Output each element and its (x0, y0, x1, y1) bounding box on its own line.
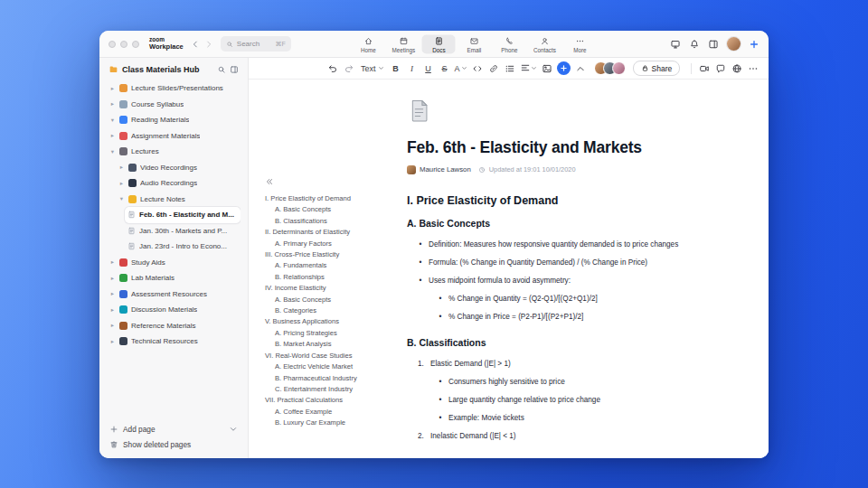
notifications-icon[interactable] (689, 39, 700, 50)
outline-item-vi-real-world-case-studies[interactable]: VI. Real-World Case Studies (265, 351, 402, 361)
chevron-right-icon[interactable]: ▸ (109, 322, 116, 329)
link-button[interactable] (487, 61, 500, 76)
tree-item-lab-materials[interactable]: ▸Lab Materials (107, 270, 241, 286)
outline-item-a-pricing-strategies[interactable]: A. Pricing Strategies (265, 328, 402, 339)
outline-item-a-basic-concepts[interactable]: A. Basic Concepts (265, 204, 402, 215)
tree-item-video-recordings[interactable]: ▸Video Recordings (116, 160, 241, 176)
outline-item-v-business-applications[interactable]: V. Business Applications (265, 316, 402, 327)
bullet-item[interactable]: •Uses midpoint formula to avoid asymmetr… (407, 276, 749, 286)
chevron-right-icon[interactable]: ▸ (109, 306, 116, 314)
collapse-outline-icon[interactable] (265, 177, 402, 186)
tab-more[interactable]: More (563, 34, 597, 53)
chevron-down-icon[interactable]: ▾ (109, 117, 116, 124)
outline-item-b-market-analysis[interactable]: B. Market Analysis (265, 339, 402, 350)
tab-email[interactable]: Email (458, 34, 491, 53)
tree-item-reference-materials[interactable]: ▸Reference Materials (107, 318, 241, 334)
tree-item-discussion-materials[interactable]: ▸Discussion Materials (107, 302, 241, 318)
sidebar-collapse-icon[interactable] (230, 65, 239, 74)
share-button[interactable]: Share (633, 61, 681, 76)
translate-button[interactable] (731, 61, 743, 76)
tree-item-assessment-resources[interactable]: ▸Assessment Resources (107, 286, 241, 303)
back-button[interactable] (191, 40, 200, 49)
user-avatar[interactable] (727, 37, 741, 51)
chevron-right-icon[interactable]: ▸ (118, 164, 125, 171)
text-style-dropdown[interactable]: Text (359, 61, 386, 76)
chevron-right-icon[interactable]: ▸ (109, 258, 116, 266)
chevron-down-icon[interactable]: ▾ (109, 148, 116, 155)
bullet-item[interactable]: •Large quantity change relative to price… (407, 395, 749, 406)
outline-item-iv-income-elasticity[interactable]: IV. Income Elasticity (265, 283, 402, 294)
outline-item-b-pharmaceutical-industry[interactable]: B. Pharmaceutical Industry (265, 373, 402, 384)
code-button[interactable] (471, 61, 484, 76)
minimize-window-button[interactable] (120, 41, 127, 48)
tab-contacts[interactable]: Contacts (528, 34, 561, 53)
align-button[interactable] (520, 61, 537, 76)
section-heading[interactable]: I. Price Elasticity of Demand (407, 194, 749, 207)
tab-docs[interactable]: Docs (422, 34, 456, 53)
start-video-button[interactable] (698, 61, 711, 76)
outline-item-c-entertainment-industry[interactable]: C. Entertainment Industry (265, 384, 402, 395)
italic-button[interactable]: I (406, 61, 419, 76)
tree-item-course-syllabus[interactable]: ▸Course Syllabus (107, 97, 241, 113)
underline-button[interactable]: U (422, 61, 435, 76)
outline-item-a-electric-vehicle-market[interactable]: A. Electric Vehicle Market (265, 361, 402, 372)
bullet-item[interactable]: •Consumers highly sensitive to price (407, 377, 749, 388)
show-deleted-pages-button[interactable]: Show deleted pages (107, 438, 241, 451)
tree-item-jan-30th-markets-and-p[interactable]: Jan. 30th - Markets and P... (125, 223, 241, 239)
chevron-right-icon[interactable]: ▸ (109, 100, 116, 108)
bold-button[interactable]: B (390, 61, 402, 76)
tree-item-audio-recordings[interactable]: ▸Audio Recordings (116, 175, 241, 192)
outline-item-ii-determinants-of-elasticity[interactable]: II. Determinants of Elasticity (265, 227, 402, 238)
tree-item-technical-resources[interactable]: ▸Technical Resources (107, 333, 241, 350)
outline-item-a-basic-concepts[interactable]: A. Basic Concepts (265, 295, 402, 305)
tree-item-feb-6th-elasticity-and-m[interactable]: Feb. 6th - Elasticity and M... (125, 207, 241, 223)
forward-button[interactable] (204, 40, 213, 49)
global-search-input[interactable]: Search ⌘F (221, 36, 291, 52)
tree-item-study-aids[interactable]: ▸Study Aids (107, 255, 241, 271)
outline-item-vii-practical-calculations[interactable]: VII. Practical Calculations (265, 395, 402, 406)
tree-item-lecture-notes[interactable]: ▾Lecture Notes (116, 192, 241, 208)
bullet-item[interactable]: •% Change in Price = (P2-P1)/[(P2+P1)/2] (407, 312, 749, 323)
document-title[interactable]: Feb. 6th - Elasticity and Markets (407, 138, 749, 156)
bullet-item[interactable]: •Example: Movie tickets (407, 413, 749, 424)
strikethrough-button[interactable]: S (439, 61, 451, 76)
close-window-button[interactable] (108, 41, 116, 48)
chevron-right-icon[interactable]: ▸ (109, 132, 116, 139)
insert-image-button[interactable] (541, 61, 553, 76)
outline-item-a-primary-factors[interactable]: A. Primary Factors (265, 239, 402, 249)
numbered-item[interactable]: 2.Inelastic Demand (|E| < 1) (407, 431, 749, 442)
chevron-right-icon[interactable]: ▸ (109, 338, 116, 345)
numbered-item[interactable]: 1.Elastic Demand (|E| > 1) (407, 359, 749, 370)
maximize-window-button[interactable] (132, 41, 139, 48)
author-name[interactable]: Maurice Lawson (420, 165, 471, 174)
collaborator-avatars[interactable] (594, 61, 626, 75)
tree-item-lectures[interactable]: ▾Lectures (107, 144, 241, 160)
devices-icon[interactable] (670, 39, 681, 50)
tree-item-assignment-materials[interactable]: ▸Assignment Materials (107, 128, 241, 145)
toggle-panel-icon[interactable] (708, 39, 719, 50)
subsection-heading[interactable]: A. Basic Concepts (407, 218, 749, 229)
collapse-toolbar-button[interactable] (574, 61, 587, 76)
redo-button[interactable] (343, 61, 355, 76)
tree-item-reading-materials[interactable]: ▾Reading Materials (107, 112, 241, 128)
chevron-right-icon[interactable]: ▸ (109, 290, 116, 297)
subsection-heading[interactable]: B. Classifications (407, 337, 749, 348)
outline-item-i-price-elasticity-of-demand[interactable]: I. Price Elasticity of Demand (265, 193, 402, 204)
bullet-item[interactable]: •% Change in Quantity = (Q2-Q1)/[(Q2+Q1)… (407, 294, 749, 305)
chevron-right-icon[interactable]: ▸ (109, 275, 116, 282)
tree-item-lecture-slides-presentations[interactable]: ▸Lecture Slides/Presentations (107, 80, 241, 97)
chevron-right-icon[interactable]: ▸ (109, 85, 116, 92)
tree-item-jan-23rd-intro-to-econo[interactable]: Jan. 23rd - Intro to Econo... (125, 239, 241, 255)
outline-item-a-coffee-example[interactable]: A. Coffee Example (265, 407, 402, 418)
outline-item-b-categories[interactable]: B. Categories (265, 305, 402, 316)
tab-phone[interactable]: Phone (493, 34, 526, 53)
outline-item-iii-cross-price-elasticity[interactable]: III. Cross-Price Elasticity (265, 249, 402, 260)
chevron-down-icon[interactable]: ▾ (118, 195, 125, 202)
add-page-options-icon[interactable] (229, 425, 238, 434)
text-color-button[interactable]: A (455, 61, 467, 76)
add-page-button[interactable]: Add page (107, 423, 241, 436)
chevron-right-icon[interactable]: ▸ (118, 180, 125, 187)
outline-item-b-classifications[interactable]: B. Classifications (265, 216, 402, 227)
bullet-list-button[interactable] (504, 61, 516, 76)
outline-item-a-fundamentals[interactable]: A. Fundamentals (265, 260, 402, 271)
